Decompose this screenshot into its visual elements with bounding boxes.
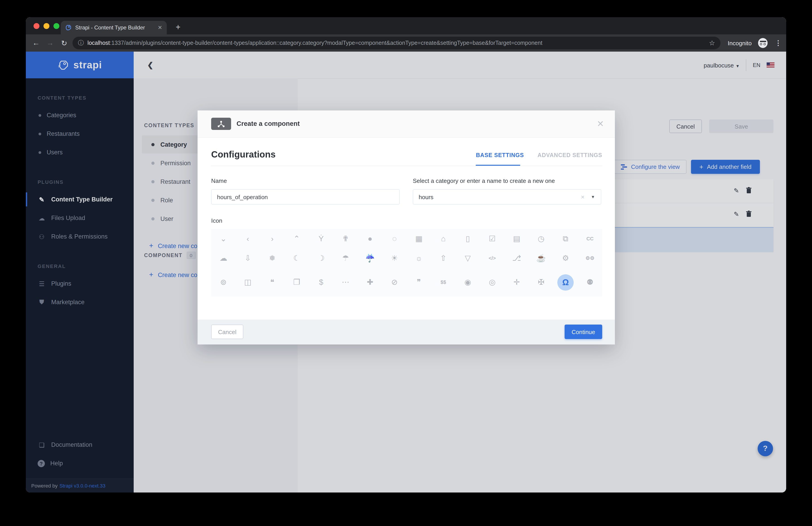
share-nodes-icon <box>217 120 225 127</box>
modal-title: Create a component <box>236 120 300 127</box>
address-bar[interactable]: ⓘ localhost:1337/admin/plugins/content-t… <box>72 37 721 49</box>
reload-icon[interactable]: ↻ <box>58 37 70 49</box>
chevron-up-icon[interactable]: ⌃ <box>285 229 309 249</box>
cloud-showers-heavy-icon[interactable]: ☔ <box>358 249 382 268</box>
code-icon[interactable]: </> <box>480 249 505 268</box>
compress-icon[interactable]: ✛ <box>505 268 529 297</box>
maximize-window-button[interactable] <box>54 23 59 29</box>
chevron-left-icon[interactable]: ‹ <box>236 229 260 249</box>
cog-icon[interactable]: ⚙ <box>553 249 578 268</box>
clipboard-check-icon[interactable]: ☑ <box>480 229 505 249</box>
cloud-icon[interactable]: ☁ <box>211 249 236 268</box>
compact-disc-icon[interactable]: ◉ <box>455 268 480 297</box>
configurations-title: Configurations <box>211 149 276 160</box>
cloud-sun-icon[interactable]: ☀ <box>382 249 407 268</box>
city-icon[interactable]: ▦ <box>407 229 431 249</box>
minimize-window-button[interactable] <box>44 23 49 29</box>
circle-notch-icon[interactable]: ◌ <box>382 229 407 249</box>
code-branch-icon[interactable]: ⎇ <box>505 249 529 268</box>
clipboard-icon[interactable]: ▯ <box>455 229 480 249</box>
component-type-icon <box>211 118 231 130</box>
modal-cancel-button[interactable]: Cancel <box>211 325 243 339</box>
name-input[interactable] <box>211 189 400 205</box>
site-info-icon[interactable]: ⓘ <box>78 39 84 47</box>
icon-label: Icon <box>211 217 222 224</box>
clear-icon[interactable]: × <box>581 193 584 200</box>
category-label: Select a category or enter a name to cre… <box>413 178 555 184</box>
comment-dots-icon[interactable]: ⋯ <box>333 268 358 297</box>
comment-alt-icon[interactable]: ❐ <box>285 268 309 297</box>
tab-close-icon[interactable]: ✕ <box>158 25 162 31</box>
bookmark-star-icon[interactable]: ☆ <box>709 39 715 47</box>
strapi-favicon-icon <box>65 25 72 31</box>
create-component-modal: Create a component ✕ Configurations BASE… <box>198 110 615 345</box>
divider <box>211 166 602 166</box>
chevron-right-icon[interactable]: › <box>260 229 285 249</box>
screen: Strapi - Content Type Builder ✕ + ← → ↻ … <box>0 0 812 526</box>
browser-tabstrip: Strapi - Content Type Builder ✕ + <box>26 17 786 34</box>
comments-dollar-icon[interactable]: $$ <box>431 268 455 297</box>
cloud-rain-icon[interactable]: ☂ <box>333 249 358 268</box>
clipboard-list-icon[interactable]: ▤ <box>505 229 529 249</box>
chevron-down-icon[interactable]: ⌄ <box>211 229 236 249</box>
child-icon[interactable]: Ẏ <box>309 229 334 249</box>
tab-base-settings[interactable]: BASE SETTINGS <box>476 152 524 166</box>
modal-footer: Cancel Continue <box>198 319 615 345</box>
cloud-meatball-icon[interactable]: ❅ <box>260 249 285 268</box>
cloud-download-icon[interactable]: ⇩ <box>236 249 260 268</box>
category-value: hours <box>419 194 433 200</box>
comment-icon[interactable]: ❝ <box>260 268 285 297</box>
comment-slash-icon[interactable]: ⊘ <box>382 268 407 297</box>
cloud-upload-icon[interactable]: ⇧ <box>431 249 455 268</box>
browser-window: Strapi - Content Type Builder ✕ + ← → ↻ … <box>26 17 786 493</box>
clinic-medical-icon[interactable]: ⌂ <box>431 229 455 249</box>
settings-tabs: BASE SETTINGS ADVANCED SETTINGS <box>476 152 602 166</box>
name-label: Name <box>211 178 227 184</box>
compress-arrows-alt-icon[interactable]: ✠ <box>529 268 553 297</box>
comments-icon[interactable]: ❞ <box>407 268 431 297</box>
new-tab-button[interactable]: + <box>172 21 185 33</box>
modal-header: Create a component ✕ <box>198 110 615 138</box>
comment-dollar-icon[interactable]: $ <box>309 268 334 297</box>
church-icon[interactable]: ✟ <box>333 229 358 249</box>
closed-captioning-icon[interactable]: CC <box>578 229 602 249</box>
cookie-icon[interactable]: ⚉ <box>578 268 602 297</box>
tab-title: Strapi - Content Type Builder <box>75 25 154 31</box>
cloud-moon-rain-icon[interactable]: ☽ <box>309 249 334 268</box>
chevron-down-icon[interactable]: ▼ <box>591 195 595 199</box>
close-window-button[interactable] <box>33 23 40 29</box>
window-controls <box>33 23 59 29</box>
cloud-moon-icon[interactable]: ☾ <box>285 249 309 268</box>
browser-menu-icon[interactable]: ⋮ <box>775 39 782 47</box>
columns-icon[interactable]: ◫ <box>236 268 260 297</box>
concierge-bell-icon[interactable]: Ω <box>553 268 578 297</box>
continue-button[interactable]: Continue <box>565 325 602 339</box>
url-text: localhost:1337/admin/plugins/content-typ… <box>87 40 705 46</box>
icon-grid: ⌄‹›⌃Ẏ✟●◌▦⌂▯☑▤◷⧉CC☁⇩❅☾☽☂☔☀☼⇧▽</>⎇☕⚙⚙⚙⊚◫❝❐… <box>211 229 602 297</box>
browser-toolbar: ← → ↻ ⓘ localhost:1337/admin/plugins/con… <box>26 34 786 51</box>
forward-icon[interactable]: → <box>44 37 56 49</box>
cloud-sun-rain-icon[interactable]: ☼ <box>407 249 431 268</box>
comment-medical-icon[interactable]: ✚ <box>358 268 382 297</box>
close-icon[interactable]: ✕ <box>597 119 604 129</box>
coffee-icon[interactable]: ☕ <box>529 249 553 268</box>
browser-tab[interactable]: Strapi - Content Type Builder ✕ <box>61 21 167 34</box>
circle-icon[interactable]: ● <box>358 229 382 249</box>
compass-icon[interactable]: ◎ <box>480 268 505 297</box>
incognito-label: Incognito <box>728 40 752 46</box>
cocktail-icon[interactable]: ▽ <box>455 249 480 268</box>
coins-icon[interactable]: ⊚ <box>211 268 236 297</box>
back-icon[interactable]: ← <box>30 37 42 49</box>
incognito-icon <box>758 38 768 48</box>
strapi-admin: strapi CONTENT TYPESCategoriesRestaurant… <box>26 51 786 493</box>
cogs-icon[interactable]: ⚙⚙ <box>578 249 602 268</box>
clone-icon[interactable]: ⧉ <box>553 229 578 249</box>
clock-icon[interactable]: ◷ <box>529 229 553 249</box>
tab-advanced-settings[interactable]: ADVANCED SETTINGS <box>538 152 602 166</box>
category-select[interactable]: hours × ▼ <box>413 189 601 205</box>
